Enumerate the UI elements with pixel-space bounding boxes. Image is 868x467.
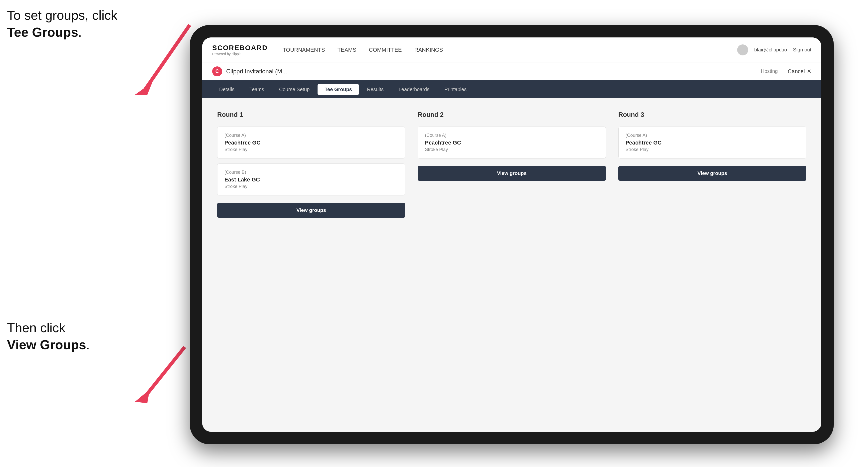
instruction-bottom-period: . (86, 338, 90, 352)
tab-leaderboards[interactable]: Leaderboards (392, 84, 436, 95)
user-avatar (737, 44, 748, 55)
tab-teams-label: Teams (249, 87, 264, 92)
round-3-course-a-format: Stroke Play (626, 147, 799, 152)
instruction-top-line2: Tee Groups (7, 25, 78, 39)
svg-marker-1 (135, 82, 152, 95)
tab-tee-groups-label: Tee Groups (324, 87, 352, 92)
round-2-course-a-card: (Course A) Peachtree GC Stroke Play (417, 127, 606, 158)
tablet-screen: SCOREBOARD Powered by clippit TOURNAMENT… (202, 37, 821, 432)
round-3-course-a-label: (Course A) (626, 133, 799, 138)
round-3-course-a-card: (Course A) Peachtree GC Stroke Play (618, 127, 806, 158)
round-3-column: Round 3 (Course A) Peachtree GC Stroke P… (618, 111, 806, 419)
tab-details[interactable]: Details (212, 84, 241, 95)
nav-committee[interactable]: COMMITTEE (369, 45, 402, 55)
logo-scoreboard: SCOREBOARD (212, 44, 268, 52)
cancel-button[interactable]: Cancel ✕ (788, 68, 811, 74)
instruction-top: To set groups, click Tee Groups. (7, 7, 117, 41)
arrow-view-groups-icon (130, 342, 195, 407)
svg-marker-3 (135, 390, 150, 403)
tab-nav: Details Teams Course Setup Tee Groups Re… (202, 81, 821, 98)
round-3-course-a-name: Peachtree GC (626, 139, 799, 146)
instruction-top-period: . (78, 25, 82, 39)
round-2-course-a-name: Peachtree GC (425, 139, 598, 146)
round-2-course-a-format: Stroke Play (425, 147, 598, 152)
tablet-device: SCOREBOARD Powered by clippit TOURNAMENT… (190, 25, 834, 444)
tab-course-setup[interactable]: Course Setup (272, 84, 316, 95)
tab-leaderboards-label: Leaderboards (399, 87, 429, 92)
tab-printables[interactable]: Printables (437, 84, 473, 95)
user-email: blair@clippd.io (754, 47, 787, 53)
round-1-title: Round 1 (217, 111, 405, 119)
round-1-course-b-card: (Course B) East Lake GC Stroke Play (217, 163, 405, 195)
round-1-course-b-name: East Lake GC (224, 177, 398, 183)
tab-results[interactable]: Results (360, 84, 391, 95)
sign-out-link[interactable]: Sign out (793, 47, 811, 53)
round-1-course-b-format: Stroke Play (224, 184, 398, 189)
round-1-course-a-name: Peachtree GC (224, 139, 398, 146)
round-1-column: Round 1 (Course A) Peachtree GC Stroke P… (217, 111, 405, 419)
instruction-bottom-line2: View Groups (7, 338, 86, 352)
tab-tee-groups[interactable]: Tee Groups (317, 84, 359, 95)
sub-header: C Clippd Invitational (M... Hosting Canc… (202, 62, 821, 81)
round-3-view-groups-button[interactable]: View groups (618, 166, 806, 181)
tab-teams[interactable]: Teams (242, 84, 271, 95)
svg-line-0 (145, 25, 190, 90)
tournament-name: Clippd Invitational (M... (226, 68, 761, 75)
nav-teams[interactable]: TEAMS (338, 45, 356, 55)
round-3-title: Round 3 (618, 111, 806, 119)
logo-sub: Powered by clippit (212, 52, 268, 56)
round-2-course-a-label: (Course A) (425, 133, 598, 138)
tournament-logo-icon: C (212, 66, 222, 76)
hosting-badge: Hosting (761, 68, 778, 74)
round-1-course-a-format: Stroke Play (224, 147, 398, 152)
nav-right: blair@clippd.io Sign out (737, 44, 811, 55)
top-nav: SCOREBOARD Powered by clippit TOURNAMENT… (202, 37, 821, 62)
cancel-icon: ✕ (807, 68, 811, 74)
tab-course-setup-label: Course Setup (279, 87, 310, 92)
round-2-view-groups-button[interactable]: View groups (417, 166, 606, 181)
instruction-bottom: Then click View Groups. (7, 319, 90, 353)
tab-details-label: Details (219, 87, 235, 92)
round-1-course-a-card: (Course A) Peachtree GC Stroke Play (217, 127, 405, 158)
nav-tournaments[interactable]: TOURNAMENTS (283, 45, 325, 55)
round-1-course-b-label: (Course B) (224, 170, 398, 175)
tab-results-label: Results (367, 87, 384, 92)
instruction-bottom-line1: Then click (7, 320, 65, 335)
round-2-column: Round 2 (Course A) Peachtree GC Stroke P… (417, 111, 606, 419)
logo-area: SCOREBOARD Powered by clippit (212, 44, 268, 56)
svg-line-2 (145, 347, 185, 397)
top-nav-links: TOURNAMENTS TEAMS COMMITTEE RANKINGS (283, 45, 737, 55)
round-2-title: Round 2 (417, 111, 606, 119)
nav-rankings[interactable]: RANKINGS (414, 45, 443, 55)
instruction-top-line1: To set groups, click (7, 8, 117, 23)
round-1-view-groups-button[interactable]: View groups (217, 203, 405, 218)
main-content: Round 1 (Course A) Peachtree GC Stroke P… (202, 98, 821, 432)
arrow-tee-groups-icon (120, 20, 200, 100)
cancel-label: Cancel (788, 68, 805, 74)
tab-printables-label: Printables (444, 87, 467, 92)
round-1-course-a-label: (Course A) (224, 133, 398, 138)
